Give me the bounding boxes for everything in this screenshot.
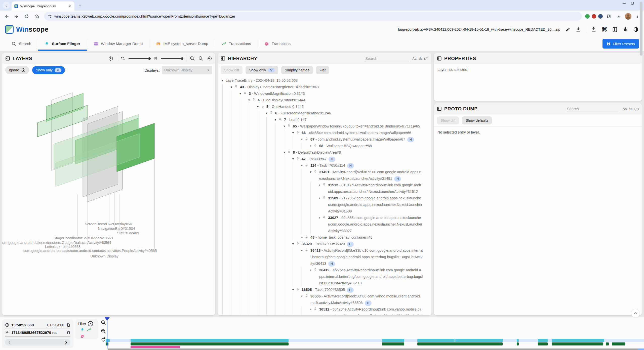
download-trace-icon[interactable] <box>575 26 581 32</box>
tree-node-31491[interactable]: ▼31491 - ActivityRecord{52d3872 u0 com.g… <box>220 169 425 182</box>
zoom-in-icon[interactable] <box>190 56 195 61</box>
pin-icon[interactable] <box>287 149 293 154</box>
back-icon[interactable] <box>3 12 11 20</box>
timeline-scrollbar[interactable] <box>108 348 644 350</box>
pin-icon[interactable] <box>261 103 266 108</box>
dock-panel-icon[interactable] <box>5 56 10 61</box>
tree-node-36320[interactable]: ▼36320 - Task=7900#36320H <box>220 241 425 247</box>
next-entry-icon[interactable]: ❯ <box>64 340 67 344</box>
tree-node-67[interactable]: ▼67 - com.android.systemui.wallpapers.Im… <box>220 136 425 143</box>
tree-node-31509[interactable]: ●31509 - 2177052 com.google.android.apps… <box>220 195 425 214</box>
pin-icon[interactable] <box>314 267 319 271</box>
pin-icon[interactable] <box>314 143 319 147</box>
edit-trace-icon[interactable] <box>565 26 571 32</box>
regex-icon[interactable]: (.*) <box>634 107 639 111</box>
show-defaults-button[interactable]: Show defaults <box>462 116 492 124</box>
zoom-out-icon[interactable] <box>198 56 204 61</box>
expand-arrow-icon[interactable]: ▼ <box>281 149 287 156</box>
surface-flinger-segment[interactable] <box>517 339 519 342</box>
3d-view-icon[interactable] <box>108 56 113 61</box>
expand-arrow-icon[interactable]: ▼ <box>228 84 234 90</box>
reset-view-icon[interactable] <box>207 56 212 61</box>
transactions-segment[interactable] <box>131 342 289 345</box>
tree-node-7[interactable]: ▼7 - Leaf:0:1#7 <box>220 116 425 123</box>
expand-arrow-icon[interactable]: ▼ <box>299 136 305 143</box>
expand-arrow-icon[interactable]: ▼ <box>264 110 270 116</box>
proto-dump-search-input[interactable] <box>567 106 620 112</box>
dark-mode-toggle-icon[interactable] <box>633 26 639 32</box>
tree-node-43[interactable]: ▼43 - Display 0 name="Integrierter Bilds… <box>220 84 425 90</box>
human-time-value[interactable]: 15:50:52.668 <box>11 323 34 327</box>
expand-arrow-icon[interactable]: ▼ <box>246 97 252 103</box>
pin-icon[interactable] <box>243 90 249 95</box>
tab-surface-flinger[interactable]: Surface Flinger <box>38 37 87 51</box>
transitions-segment[interactable] <box>131 346 180 348</box>
tab-transactions[interactable]: Transactions <box>215 37 258 51</box>
surface-flinger-segment[interactable] <box>455 339 503 342</box>
expand-arrow-icon[interactable]: ▼ <box>299 247 305 254</box>
expand-arrow-icon[interactable]: ▼ <box>290 241 296 247</box>
expand-arrow-icon[interactable]: ▼ <box>237 90 243 97</box>
transactions-segment[interactable] <box>538 342 548 345</box>
tree-node-5[interactable]: ▼5 - OneHanded:0:14#5 <box>220 103 425 110</box>
match-word-icon[interactable]: ab <box>418 57 422 60</box>
pin-icon[interactable] <box>314 306 319 311</box>
transactions-segment[interactable] <box>417 342 503 345</box>
timeline-track[interactable] <box>106 317 644 350</box>
surface-flinger-segment[interactable] <box>382 339 404 342</box>
show-only-chip-layers[interactable]: Show only V <box>32 66 65 74</box>
tree-node-65[interactable]: ▼65 - WallpaperWindowToken{87b6d66 token… <box>220 123 425 129</box>
tree-node-48[interactable]: ●48 - home_task_overlay_container#48 <box>220 234 425 241</box>
expand-arrow-icon[interactable]: ▼ <box>308 169 314 175</box>
pin-icon[interactable] <box>278 116 284 121</box>
expand-arrow-icon[interactable]: ▼ <box>255 103 261 110</box>
tree-node-3[interactable]: ▼3 - WindowedMagnification:0:31#3 <box>220 90 425 97</box>
tree-node-36506[interactable]: ▼36506 - ActivityRecord{9edb56f u0 com.y… <box>220 293 425 306</box>
transactions-segment[interactable] <box>612 342 625 345</box>
transactions-filter-icon[interactable] <box>87 328 91 332</box>
transactions-segment[interactable] <box>552 342 603 345</box>
tab-search-button[interactable]: ⌄ <box>3 2 10 9</box>
pin-icon[interactable] <box>252 97 258 101</box>
tree-node-66[interactable]: ▼66 - c6c854e com.android.systemui.wallp… <box>220 129 425 136</box>
pin-icon[interactable] <box>305 247 310 252</box>
window-maximize-icon[interactable] <box>631 2 634 5</box>
forward-icon[interactable] <box>13 12 21 20</box>
layers-3d-canvas[interactable]: ScreenDecorHwcOverlay#64NavigationBar0#3… <box>2 76 215 315</box>
pin-icon[interactable] <box>323 182 328 186</box>
pin-icon[interactable] <box>323 214 328 219</box>
shortcuts-icon[interactable]: ⌘ <box>601 26 607 32</box>
pin-icon[interactable] <box>296 129 302 134</box>
downloads-icon[interactable] <box>615 12 623 20</box>
dock-panel-icon[interactable] <box>437 106 442 111</box>
rotation-slider[interactable] <box>129 58 150 59</box>
collapse-timeline-button[interactable] <box>631 309 640 318</box>
upload-trace-icon[interactable] <box>591 26 597 32</box>
surface-flinger-segment[interactable] <box>417 339 455 342</box>
expand-arrow-icon[interactable]: ▼ <box>281 123 287 129</box>
copy-ns-icon[interactable] <box>66 330 70 335</box>
site-info-icon[interactable] <box>48 14 52 18</box>
browser-tab[interactable]: Winscope | bugreport-ak ✕ <box>12 2 74 11</box>
new-tab-button[interactable]: + <box>76 2 84 9</box>
window-minimize-icon[interactable] <box>623 3 626 4</box>
pin-icon[interactable] <box>323 195 328 199</box>
pin-icon[interactable] <box>234 84 240 88</box>
tree-node-47[interactable]: ▼47 - Task=1#47H <box>220 156 425 162</box>
reload-icon[interactable] <box>23 12 31 20</box>
tree-node-8[interactable]: ▼8 - DefaultTaskDisplayArea#8 <box>220 149 425 156</box>
tree-node-36413[interactable]: ▼36413 - ActivityRecord{f5be33b u10 com.… <box>220 247 425 267</box>
timeline-cursor-line[interactable] <box>107 319 107 349</box>
pin-icon[interactable] <box>305 234 310 239</box>
expand-arrow-icon[interactable]: ▼ <box>290 156 296 162</box>
transactions-segment[interactable] <box>382 342 404 345</box>
pin-icon[interactable] <box>305 136 310 141</box>
regex-icon[interactable]: (.*) <box>424 57 428 60</box>
tab-search[interactable]: Search <box>5 37 38 51</box>
tree-node-6[interactable]: ▼6 - FullscreenMagnification:0:12#6 <box>220 110 425 116</box>
collapse-filter-icon[interactable] <box>88 321 93 326</box>
tree-node-36505[interactable]: ▼36505 - Task=7902#36505H <box>220 286 425 293</box>
tree-node-36512[interactable]: ●36512 - c04204e ActivityRecordInputSink… <box>220 306 425 315</box>
tab-transitions[interactable]: Transitions <box>258 37 297 51</box>
surface-flinger-segment[interactable] <box>131 339 289 342</box>
